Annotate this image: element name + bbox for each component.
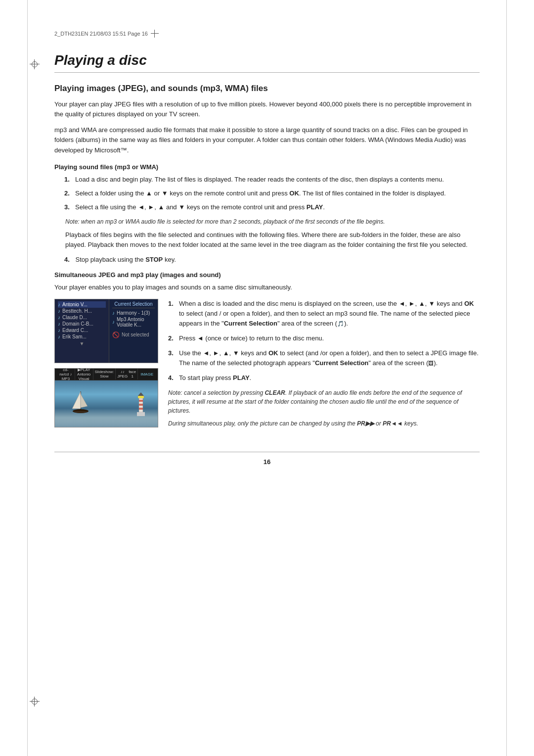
note-icon-2: ♪ [58,308,60,314]
subsection2-heading: Simultaneous JPEG and mp3 play (images a… [54,271,480,279]
step-2-num: 2. [64,189,71,198]
s2-step-1: 1. When a disc is loaded and the disc me… [168,299,480,329]
registration-mark-header [151,30,159,38]
screen2-cd-info: cd-rw/cd ♪ MP3 [57,368,75,382]
not-selected-icon: 🚫 [112,331,120,338]
screen1-current-selection-header: Current Selection [112,301,155,308]
step-1-num: 1. [64,175,71,185]
screenshot-filelist: ♪ Antonio V... ♪ Besttech. H... ♪ Claude… [54,299,158,363]
screenshots-column: ♪ Antonio V... ♪ Besttech. H... ♪ Claude… [54,299,158,432]
image-icon-inline: 🖼 [428,360,434,366]
section1-para3: Playback of files begins with the file s… [65,230,480,250]
screen2-slideshow-info: Slideshow: Slow [93,369,116,379]
screen1-item-2: ♪ Besttech. H... [58,308,106,314]
screen1-item-6-label: Erik Sam... [62,334,87,339]
screen1-item-6: ♪ Erik Sam... [58,333,106,340]
screen1-item-3-label: Claude D... [62,315,87,320]
screen2-play-info: ▶PLAY Antonio Visual [75,368,93,382]
screen1-item-1: ♪ Antonio V... [58,301,106,308]
sailboat-graphic [70,389,94,417]
screen1-item-4: ♪ Domain C-B... [58,321,106,327]
step-2-text: Select a folder using the ▲ or ▼ keys on… [75,189,446,198]
lighthouse-graphic [134,392,148,418]
header-meta-text: 2_DTH231EN 21/08/03 15:51 Page 16 [54,31,148,37]
screen1-item-4-label: Domain C-B... [62,321,93,327]
s2-step-4-text: To start play press PLAY. [179,373,251,383]
step-3-text: Select a file using the ◄, ►, ▲ and ▼ ke… [75,202,325,212]
screen2-jpeg-info: ♪♪ JPEG face 1 [116,369,138,379]
screen1-item-5-label: Edward C... [62,328,88,333]
s2-step-4-num: 4. [168,373,175,383]
step-4-text: Stop playback using the STOP key. [75,256,176,263]
note-icon-1: ♪ [58,302,60,307]
step-2: 2. Select a folder using the ▲ or ▼ keys… [64,189,480,198]
jpeg-label: ♪♪ JPEG [117,370,128,378]
svg-rect-5 [139,400,143,402]
page-number: 16 [54,458,480,466]
water-overlay [55,417,158,427]
svg-marker-9 [138,392,144,396]
note-icon-r2: ♪ [112,319,115,325]
step-4-container: 4. Stop playback using the STOP key. [64,256,480,263]
step-1: 1. Load a disc and begin play. The list … [64,175,480,185]
note-2: Note: cancel a selection by pressing CLE… [168,388,480,415]
header-meta: 2_DTH231EN 21/08/03 15:51 Page 16 [54,30,480,38]
s2-step-3: 3. Use the ◄, ►, ▲, ▼ keys and OK to sel… [168,348,480,368]
section1-para1: Your player can play JPEG files with a r… [54,99,480,119]
screen2-image-label: IMAGE [138,371,156,378]
svg-marker-2 [81,394,88,408]
screenshot-player: cd-rw/cd ♪ MP3 ▶PLAY Antonio Visual Slid… [54,368,158,427]
s2-step-2-num: 2. [168,333,175,343]
section1-para2: mp3 and WMA are compressed audio file fo… [54,125,480,155]
s2-step-4: 4. To start play press PLAY. [168,373,480,383]
step-4-num: 4. [64,256,70,263]
screen1-right-item-1: ♪ Harmony - 1(3) [112,310,155,316]
note-1: Note: when an mp3 or WMA audio file is s… [65,217,480,226]
steps-list-1: 1. Load a disc and begin play. The list … [64,175,480,212]
screen2-image-area [55,380,158,427]
s2-step-1-num: 1. [168,299,175,329]
screen1-item-5: ♪ Edward C... [58,327,106,333]
s2-step-2: 2. Press ◄ (once or twice) to return to … [168,333,480,343]
note-icon-5: ♪ [58,328,60,333]
screen1-right-item-2: ♪ Mp3 Antonio Volatile K... [112,316,155,328]
music-icon-inline: 🎵 [337,321,344,327]
page-title: Playing a disc [54,52,480,68]
note-icon-4: ♪ [58,321,60,327]
screen1-right-item-1-label: Harmony - 1(3) [117,310,150,316]
screen1-right-item-3: 🚫 Not selected [112,331,155,339]
step-3: 3. Select a file using the ◄, ►, ▲ and ▼… [64,202,480,212]
s2-step-1-text: When a disc is loaded and the disc menu … [179,299,480,329]
screen1-right-item-3-label: Not selected [122,332,149,337]
s2-step-3-text: Use the ◄, ►, ▲, ▼ keys and OK to select… [179,348,480,368]
screen1-scroll: ▼ [58,341,106,346]
screen1-item-3: ♪ Claude D... [58,314,106,321]
two-col-layout: ♪ Antonio V... ♪ Besttech. H... ♪ Claude… [54,299,480,432]
note-icon-r1: ♪ [112,310,115,316]
subsection1-heading: Playing sound files (mp3 or WMA) [54,163,480,171]
screen2-top-bar: cd-rw/cd ♪ MP3 ▶PLAY Antonio Visual Slid… [55,369,158,380]
screen1-right-panel: Current Selection ♪ Harmony - 1(3) ♪ Mp3… [109,299,158,363]
note-icon-3: ♪ [58,315,60,320]
subsection2-intro: Your player enables you to play images a… [54,283,480,292]
svg-rect-7 [139,408,143,410]
note-icon-6: ♪ [58,334,60,339]
svg-rect-6 [139,404,143,406]
bottom-divider [54,452,480,452]
steps-column-2: 1. When a disc is loaded and the disc me… [168,299,480,432]
face-label: face 1 [129,370,136,378]
screen1-left-panel: ♪ Antonio V... ♪ Besttech. H... ♪ Claude… [55,299,109,363]
svg-marker-1 [72,391,81,409]
s2-step-3-num: 3. [168,348,175,368]
screen1-item-1-label: Antonio V... [62,302,88,307]
screen1-right-item-2-label: Mp3 Antonio Volatile K... [117,317,155,328]
s2-step-2-text: Press ◄ (once or twice) to return to the… [179,333,324,343]
svg-rect-8 [138,396,144,398]
svg-rect-10 [137,412,145,416]
screen1-item-2-label: Besttech. H... [62,308,92,314]
title-divider [54,72,480,73]
step-1-text: Load a disc and begin play. The list of … [75,175,444,185]
step-3-num: 3. [64,202,71,212]
section1-heading: Playing images (JPEG), and sounds (mp3, … [54,84,480,94]
note-3: During simultaneous play, only the pictu… [168,419,480,428]
